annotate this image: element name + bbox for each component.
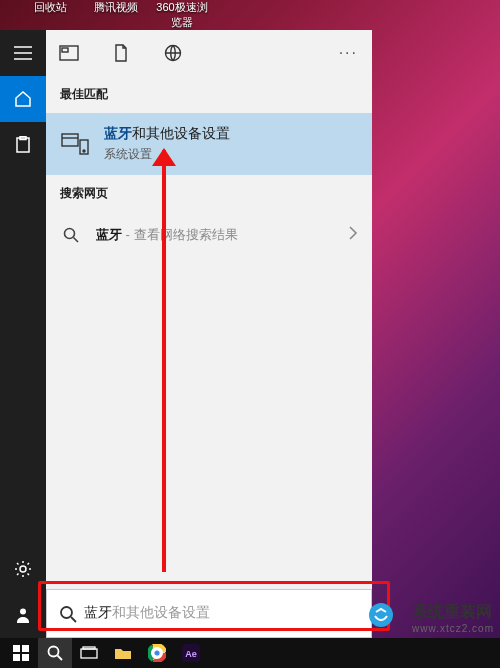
watermark-icon [368, 602, 394, 628]
filter-web-icon[interactable] [156, 36, 190, 70]
search-web-header: 搜索网页 [46, 175, 372, 212]
more-icon[interactable]: ··· [339, 44, 366, 62]
svg-point-14 [65, 229, 75, 239]
search-filter-tabs: ··· [46, 30, 372, 76]
svg-rect-18 [13, 645, 20, 652]
devices-icon [60, 129, 90, 159]
taskbar-search-button[interactable] [38, 638, 72, 668]
home-icon[interactable] [0, 76, 46, 122]
search-icon [60, 224, 82, 246]
search-icon [57, 603, 79, 625]
svg-point-6 [20, 609, 26, 615]
desktop-icon-360[interactable]: 360极速浏览器 [152, 0, 212, 30]
svg-point-16 [61, 607, 72, 618]
svg-rect-8 [62, 48, 68, 52]
svg-rect-21 [22, 654, 29, 661]
annotation-arrow [162, 150, 166, 572]
filter-all-icon[interactable] [52, 36, 86, 70]
search-box[interactable] [46, 589, 372, 638]
result-web-search[interactable]: 蓝牙 - 查看网络搜索结果 [46, 212, 372, 258]
result-title: 蓝牙和其他设备设置 [104, 125, 230, 143]
start-button[interactable] [4, 638, 38, 668]
svg-line-15 [74, 238, 79, 243]
search-results-panel: ··· 最佳匹配 蓝牙和其他设备设置 系统设置 搜索网页 蓝牙 - 查看网络搜索… [46, 30, 372, 638]
explorer-button[interactable] [106, 638, 140, 668]
svg-rect-19 [22, 645, 29, 652]
taskview-button[interactable] [72, 638, 106, 668]
watermark: 系统重装网 www.xtcz2.com [412, 602, 494, 634]
hamburger-icon[interactable] [0, 30, 46, 76]
svg-text:Ae: Ae [185, 649, 197, 659]
taskbar: Ae [0, 638, 500, 668]
chevron-right-icon [348, 226, 358, 244]
best-match-header: 最佳匹配 [46, 76, 372, 113]
result-bluetooth-settings[interactable]: 蓝牙和其他设备设置 系统设置 [46, 113, 372, 175]
settings-icon[interactable] [0, 546, 46, 592]
user-icon[interactable] [0, 592, 46, 638]
svg-point-5 [20, 566, 26, 572]
svg-point-34 [369, 603, 393, 627]
desktop-icon-tencent[interactable]: 腾讯视频 [86, 0, 146, 15]
filter-document-icon[interactable] [104, 36, 138, 70]
desktop-icon-recycle[interactable]: 回收站 [20, 0, 80, 15]
clipboard-icon[interactable] [0, 122, 46, 168]
svg-rect-20 [13, 654, 20, 661]
web-result-text: 蓝牙 - 查看网络搜索结果 [96, 226, 238, 244]
svg-line-17 [71, 617, 76, 622]
svg-point-13 [83, 150, 85, 152]
aftereffects-button[interactable]: Ae [174, 638, 208, 668]
search-left-rail [0, 30, 46, 638]
svg-point-22 [49, 647, 59, 657]
search-input[interactable] [89, 606, 361, 622]
svg-rect-24 [81, 649, 97, 658]
svg-rect-25 [83, 647, 95, 649]
svg-line-23 [58, 656, 63, 661]
chrome-button[interactable] [140, 638, 174, 668]
svg-rect-10 [62, 134, 78, 146]
